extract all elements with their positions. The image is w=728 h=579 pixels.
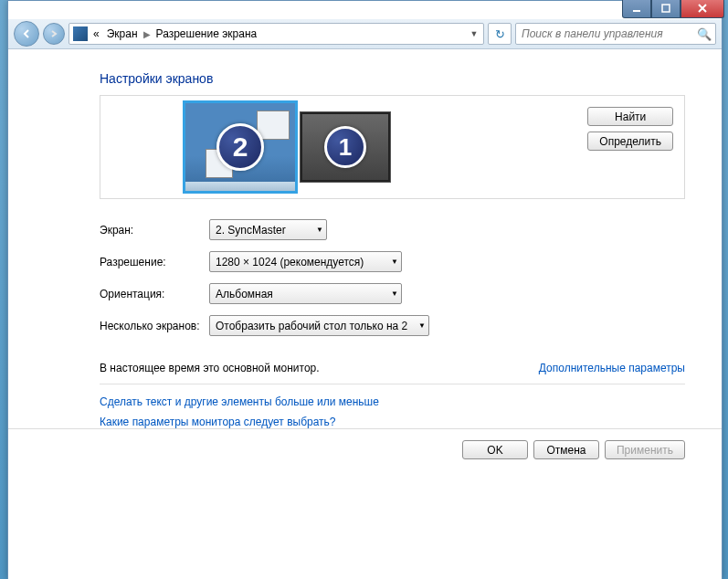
row-display: Экран: 2. SyncMaster ▼ bbox=[100, 219, 685, 240]
display-label: Экран: bbox=[100, 224, 209, 237]
close-icon bbox=[697, 3, 708, 14]
chevron-down-icon: ▼ bbox=[316, 226, 323, 234]
primary-monitor-status: В настоящее время это основной монитор. bbox=[100, 362, 320, 374]
chevron-down-icon: ▼ bbox=[391, 290, 398, 298]
control-panel-window: « Экран ▶ Разрешение экрана ▼ ↻ 🔍 Настро… bbox=[7, 0, 723, 579]
row-multi-displays: Несколько экранов: Отобразить рабочий ст… bbox=[100, 315, 685, 336]
breadcrumb[interactable]: « Экран ▶ Разрешение экрана ▼ bbox=[69, 23, 484, 45]
window-controls bbox=[622, 0, 724, 18]
refresh-button[interactable]: ↻ bbox=[488, 23, 512, 45]
chevron-right-icon: ▶ bbox=[143, 29, 151, 39]
row-orientation: Ориентация: Альбомная ▼ bbox=[100, 283, 685, 304]
svg-rect-1 bbox=[662, 5, 670, 12]
mini-window-icon bbox=[257, 111, 290, 140]
row-resolution: Разрешение: 1280 × 1024 (рекомендуется) … bbox=[100, 251, 685, 272]
multi-label: Несколько экранов: bbox=[100, 320, 209, 332]
status-row: В настоящее время это основной монитор. … bbox=[100, 347, 685, 384]
cancel-button[interactable]: Отмена bbox=[533, 440, 599, 459]
nav-forward-button[interactable] bbox=[43, 23, 65, 45]
monitor-preview-panel: 2 1 Найти Определить bbox=[100, 95, 685, 199]
settings-form: Экран: 2. SyncMaster ▼ Разрешение: 1280 … bbox=[100, 219, 685, 336]
arrow-left-icon bbox=[21, 28, 32, 39]
minimize-button[interactable] bbox=[622, 0, 651, 18]
orientation-select[interactable]: Альбомная ▼ bbox=[209, 283, 402, 304]
search-icon[interactable]: 🔍 bbox=[697, 27, 712, 41]
monitor-action-buttons: Найти Определить bbox=[587, 107, 673, 151]
breadcrumb-part-screen[interactable]: Экран bbox=[105, 27, 140, 40]
content-area: Настройки экранов 2 1 Найти Определить bbox=[8, 49, 722, 493]
monitor-2-number: 2 bbox=[216, 123, 264, 171]
dialog-footer: OK Отмена Применить bbox=[8, 428, 722, 470]
breadcrumb-part-resolution[interactable]: Разрешение экрана bbox=[154, 27, 259, 40]
find-button[interactable]: Найти bbox=[587, 107, 673, 126]
ok-button[interactable]: OK bbox=[462, 440, 528, 459]
monitor-1-number: 1 bbox=[324, 126, 366, 168]
identify-button[interactable]: Определить bbox=[587, 132, 673, 151]
orientation-label: Ориентация: bbox=[100, 288, 209, 300]
monitor-1[interactable]: 1 bbox=[300, 111, 391, 183]
display-select[interactable]: 2. SyncMaster ▼ bbox=[209, 219, 327, 240]
maximize-button[interactable] bbox=[651, 0, 681, 18]
titlebar bbox=[8, 1, 722, 19]
advanced-settings-link[interactable]: Дополнительные параметры bbox=[539, 362, 685, 374]
orientation-value: Альбомная bbox=[216, 288, 273, 300]
display-value: 2. SyncMaster bbox=[216, 224, 286, 237]
text-size-link[interactable]: Сделать текст и другие элементы больше и… bbox=[100, 395, 685, 408]
resolution-select[interactable]: 1280 × 1024 (рекомендуется) ▼ bbox=[209, 251, 402, 272]
breadcrumb-prefix: « bbox=[91, 27, 101, 40]
apply-button[interactable]: Применить bbox=[605, 440, 685, 459]
minimize-icon bbox=[632, 4, 641, 13]
close-button[interactable] bbox=[681, 0, 724, 18]
multi-value: Отобразить рабочий стол только на 2 bbox=[216, 320, 407, 332]
multi-displays-select[interactable]: Отобразить рабочий стол только на 2 ▼ bbox=[209, 315, 429, 336]
chevron-down-icon: ▼ bbox=[418, 321, 426, 330]
maximize-icon bbox=[661, 4, 670, 13]
page-title: Настройки экранов bbox=[100, 71, 685, 86]
which-settings-link[interactable]: Какие параметры монитора следует выбрать… bbox=[100, 416, 685, 428]
chevron-down-icon: ▼ bbox=[391, 258, 398, 266]
nav-back-button[interactable] bbox=[14, 21, 39, 47]
resolution-value: 1280 × 1024 (рекомендуется) bbox=[216, 256, 364, 268]
monitor-icon bbox=[73, 26, 88, 41]
search-input[interactable] bbox=[520, 26, 697, 41]
resolution-label: Разрешение: bbox=[100, 256, 209, 268]
search-box[interactable]: 🔍 bbox=[515, 23, 716, 45]
monitor-2[interactable]: 2 bbox=[183, 100, 298, 194]
breadcrumb-dropdown-icon[interactable]: ▼ bbox=[467, 29, 481, 38]
svg-rect-0 bbox=[633, 10, 640, 12]
help-links: Сделать текст и другие элементы больше и… bbox=[100, 395, 685, 428]
monitor-2-taskbar bbox=[185, 182, 295, 191]
address-bar: « Экран ▶ Разрешение экрана ▼ ↻ 🔍 bbox=[8, 19, 722, 49]
arrow-right-icon bbox=[49, 29, 58, 38]
monitor-arrangement[interactable]: 2 1 bbox=[183, 100, 391, 194]
refresh-icon: ↻ bbox=[495, 27, 505, 41]
